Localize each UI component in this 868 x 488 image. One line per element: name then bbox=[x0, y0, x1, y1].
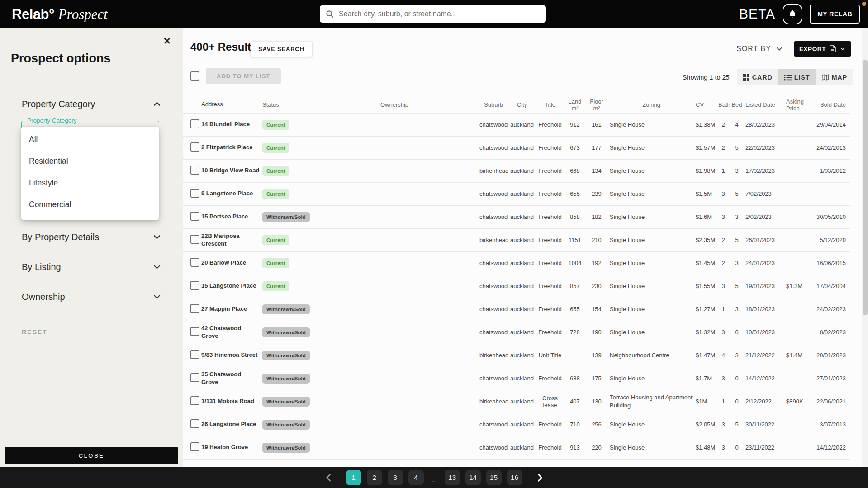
add-to-my-list-button[interactable]: ADD TO MY LIST bbox=[206, 68, 281, 84]
page-button-1[interactable]: 1 bbox=[346, 470, 361, 485]
table-row[interactable]: 19 Heaton Grove Withdrawn/Sold chatswood… bbox=[183, 436, 850, 459]
cell-ownership bbox=[311, 228, 478, 251]
cell-title: Cross lease bbox=[535, 390, 565, 413]
table-row[interactable]: 14 Blundell Place Current chatswood auck… bbox=[183, 113, 850, 136]
table-row[interactable]: 20 Barlow Place Current chatswood auckla… bbox=[183, 251, 850, 275]
list-view-button[interactable]: LIST bbox=[778, 69, 816, 85]
menu-option-commercial[interactable]: Commercial bbox=[21, 194, 159, 215]
cell-suburb: birkenhead bbox=[478, 344, 509, 367]
scrollbar-thumb[interactable] bbox=[863, 60, 868, 315]
export-file-icon bbox=[830, 45, 836, 52]
export-button[interactable]: EXPORT bbox=[794, 41, 851, 57]
page-button-4[interactable]: 4 bbox=[408, 470, 424, 485]
row-checkbox[interactable] bbox=[190, 442, 199, 451]
menu-option-residential[interactable]: Residential bbox=[21, 150, 159, 172]
my-relab-button[interactable]: MY RELAB bbox=[810, 5, 860, 24]
row-checkbox[interactable] bbox=[190, 212, 199, 221]
row-checkbox[interactable] bbox=[190, 281, 199, 290]
cell-listed-date: 19/01/2023 bbox=[744, 275, 785, 298]
cell-zoning: Single House bbox=[608, 136, 694, 159]
section-label: By Property Details bbox=[22, 232, 99, 242]
table-row[interactable]: 42 Chatswood Grove Withdrawn/Sold chatsw… bbox=[183, 321, 850, 344]
previous-page-button[interactable] bbox=[323, 472, 334, 483]
reset-button[interactable]: RESET bbox=[22, 328, 47, 336]
search-bar[interactable] bbox=[320, 5, 546, 23]
select-all-checkbox[interactable] bbox=[190, 71, 199, 81]
page-button-14[interactable]: 14 bbox=[465, 470, 481, 485]
row-checkbox[interactable] bbox=[190, 235, 199, 244]
cell-sold-date: 1/03/2012 bbox=[812, 159, 850, 182]
notification-dot bbox=[862, 2, 866, 6]
sidebar-close-icon[interactable]: ✕ bbox=[163, 36, 171, 46]
section-ownership[interactable]: Ownership bbox=[22, 290, 163, 303]
row-checkbox[interactable] bbox=[190, 350, 199, 359]
cell-asking-price: $1.3M bbox=[785, 275, 812, 298]
results-count: 400+ Results bbox=[190, 41, 257, 53]
section-by-property-details[interactable]: By Property Details bbox=[22, 230, 163, 244]
table-row[interactable]: 27 Mappin Place Withdrawn/Sold chatswood… bbox=[183, 298, 850, 321]
cell-bath: 3 bbox=[717, 275, 730, 298]
cell-bed: 5 bbox=[730, 275, 744, 298]
row-checkbox[interactable] bbox=[190, 189, 199, 198]
row-checkbox[interactable] bbox=[190, 142, 199, 152]
row-checkbox[interactable] bbox=[190, 327, 199, 336]
cell-bath: 3 bbox=[717, 182, 730, 205]
page-button-16[interactable]: 16 bbox=[507, 470, 522, 485]
page-button-2[interactable]: 2 bbox=[367, 470, 382, 485]
cell-suburb: chatswood bbox=[478, 367, 509, 390]
row-checkbox[interactable] bbox=[190, 396, 199, 405]
page-button-3[interactable]: 3 bbox=[388, 470, 403, 485]
table-row[interactable]: 15 Langstone Place Current chatswood auc… bbox=[183, 275, 850, 298]
table-row[interactable]: 22B Mariposa Crescent Current birkenhead… bbox=[183, 228, 850, 251]
cell-bed: 0 bbox=[730, 321, 744, 344]
section-property-category[interactable]: Property Category bbox=[22, 97, 163, 111]
row-checkbox[interactable] bbox=[190, 373, 199, 382]
cell-listed-date: 10/01/2023 bbox=[744, 321, 785, 344]
table-row[interactable]: 10 Bridge View Road Current birkenhead a… bbox=[183, 159, 850, 182]
row-checkbox[interactable] bbox=[190, 419, 199, 428]
table-row[interactable]: 2 Fitzpatrick Place Current chatswood au… bbox=[183, 136, 850, 159]
sort-by-label: SORT BY bbox=[736, 45, 771, 53]
table-row[interactable]: 35 Chatswood Grove Withdrawn/Sold chatsw… bbox=[183, 367, 850, 390]
row-checkbox[interactable] bbox=[190, 258, 199, 267]
cell-bath: 3 bbox=[717, 413, 730, 436]
export-label: EXPORT bbox=[799, 46, 826, 52]
row-checkbox[interactable] bbox=[190, 304, 199, 313]
cell-floor: 182 bbox=[585, 205, 608, 228]
menu-option-lifestyle[interactable]: Lifestyle bbox=[21, 172, 159, 194]
table-row[interactable]: 9/83 Hinemoa Street Withdrawn/Sold birke… bbox=[183, 344, 850, 367]
chevron-down-icon bbox=[151, 261, 163, 273]
cell-zoning: Single House bbox=[608, 205, 694, 228]
section-by-listing[interactable]: By Listing bbox=[22, 260, 163, 274]
page-button-13[interactable]: 13 bbox=[445, 470, 460, 485]
card-view-button[interactable]: CARD bbox=[737, 69, 778, 85]
next-page-button[interactable] bbox=[534, 472, 545, 483]
section-label: Ownership bbox=[22, 292, 65, 302]
table-row[interactable]: 15 Portsea Place Withdrawn/Sold chatswoo… bbox=[183, 205, 850, 228]
cell-address: 15 Langstone Place bbox=[200, 275, 261, 298]
close-button[interactable]: CLOSE bbox=[5, 447, 178, 464]
vertical-scrollbar[interactable] bbox=[862, 28, 868, 467]
table-row[interactable]: 9 Langstone Place Current chatswood auck… bbox=[183, 182, 850, 205]
cell-listed-date: 23/11/2022 bbox=[744, 436, 785, 459]
map-view-button[interactable]: MAP bbox=[816, 69, 853, 85]
chevron-down-icon bbox=[775, 44, 784, 53]
row-checkbox[interactable] bbox=[190, 119, 199, 128]
cell-cv: $2.35M bbox=[694, 228, 717, 251]
cell-land: 673 bbox=[565, 136, 585, 159]
page-button-15[interactable]: 15 bbox=[486, 470, 502, 485]
select-floating-label: Property Category bbox=[27, 117, 77, 124]
cell-city: auckland bbox=[509, 367, 535, 390]
search-input[interactable] bbox=[339, 10, 541, 18]
logo[interactable]: Relab° Prospect bbox=[12, 6, 108, 23]
sort-by-button[interactable]: SORT BY bbox=[736, 44, 784, 53]
menu-option-all[interactable]: All bbox=[21, 128, 159, 150]
notifications-button[interactable] bbox=[783, 4, 802, 24]
table-row[interactable]: 1/131 Mokoia Road Withdrawn/Sold birkenh… bbox=[183, 390, 850, 413]
cell-floor: 130 bbox=[585, 390, 608, 413]
cell-bed: 0 bbox=[730, 367, 744, 390]
save-search-button[interactable]: SAVE SEARCH bbox=[251, 42, 312, 57]
row-checkbox[interactable] bbox=[190, 166, 199, 175]
cell-suburb: birkenhead bbox=[478, 390, 509, 413]
table-row[interactable]: 26 Langstone Place Withdrawn/Sold chatsw… bbox=[183, 413, 850, 436]
